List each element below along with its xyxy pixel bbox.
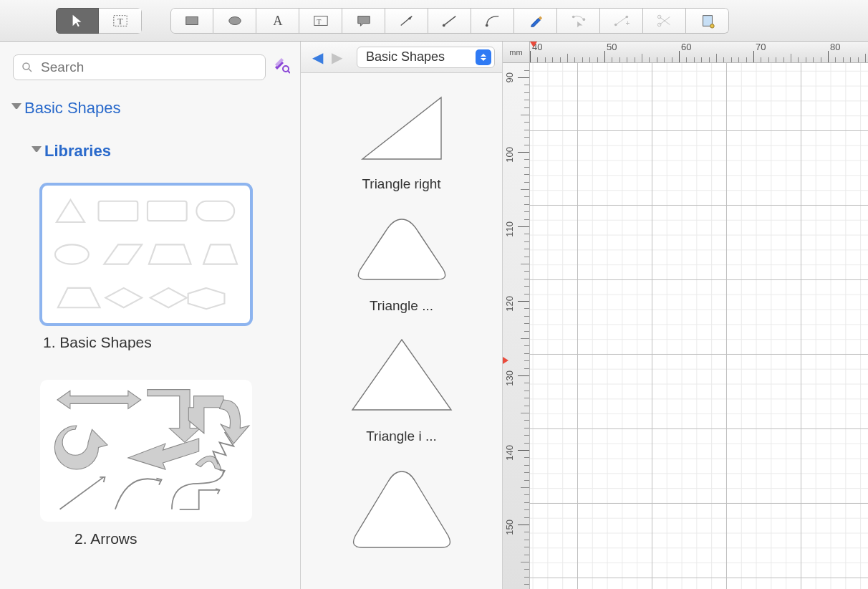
svg-line-8 <box>443 16 455 25</box>
search-icon <box>21 61 34 74</box>
ruler-unit: mm <box>503 42 530 63</box>
search-input-container[interactable] <box>13 54 266 80</box>
svg-point-3 <box>228 16 241 24</box>
svg-point-20 <box>23 63 29 70</box>
shape-item-triangle-rounded[interactable]: Triangle ... <box>301 192 502 314</box>
shapes-dropdown-label: Basic Shapes <box>366 49 445 64</box>
svg-line-23 <box>288 71 290 73</box>
library-label-basic-shapes: 1. Basic Shapes <box>40 325 300 351</box>
svg-text:+: + <box>625 19 630 27</box>
library-thumb-basic-shapes[interactable] <box>40 183 252 325</box>
svg-point-11 <box>572 15 574 18</box>
svg-text:T: T <box>317 17 321 25</box>
shape-label: Triangle i ... <box>301 416 502 444</box>
svg-point-10 <box>485 24 488 27</box>
text-box-tool[interactable]: T <box>299 8 342 34</box>
callout-tool[interactable] <box>342 8 385 34</box>
tree-child-label: Libraries <box>44 142 111 161</box>
library-thumb-arrows[interactable] <box>40 380 252 522</box>
page-tool[interactable] <box>686 8 729 34</box>
pen-tool[interactable] <box>514 8 557 34</box>
ruler-horizontal: 4050607080 <box>530 42 868 63</box>
svg-point-9 <box>442 24 445 27</box>
svg-rect-26 <box>196 201 234 221</box>
node-cut-tool[interactable] <box>643 8 686 34</box>
svg-point-19 <box>710 24 714 28</box>
pointer-tool[interactable] <box>56 8 99 34</box>
library-label-arrows: 2. Arrows <box>40 522 300 547</box>
chevron-down-icon <box>11 103 21 113</box>
shape-label: Triangle ... <box>301 285 502 314</box>
node-add-tool[interactable]: + <box>600 8 643 34</box>
text-tool[interactable]: A <box>256 8 299 34</box>
shape-item-triangle-right[interactable]: Triangle right <box>301 73 502 192</box>
search-filter-icon[interactable] <box>273 57 290 78</box>
nav-back-button[interactable]: ◀ <box>308 49 327 66</box>
canvas-grid[interactable] <box>530 63 868 589</box>
shape-label: Triangle right <box>301 163 502 192</box>
svg-point-13 <box>614 23 617 26</box>
node-select-tool[interactable] <box>557 8 600 34</box>
svg-point-12 <box>582 18 585 21</box>
toolbar: T A T + <box>0 0 868 42</box>
canvas[interactable]: mm 4050607080 90100110120130140150160 <box>503 42 868 589</box>
shapes-panel: ◀ ▶ Basic Shapes Triangle right Triangle… <box>301 42 503 589</box>
search-input[interactable] <box>39 59 258 76</box>
svg-point-16 <box>657 15 661 19</box>
shapes-dropdown[interactable]: Basic Shapes <box>357 47 495 68</box>
tool-group-shapes: A T + <box>170 8 729 34</box>
svg-rect-25 <box>148 201 187 221</box>
dropdown-stepper-icon <box>476 49 491 65</box>
text-select-tool[interactable]: T <box>99 8 142 34</box>
ruler-vertical: 90100110120130140150160 <box>503 63 530 589</box>
line-tool[interactable] <box>428 8 471 34</box>
tool-group-select: T <box>56 8 142 34</box>
curve-tool[interactable] <box>471 8 514 34</box>
chevron-down-icon <box>32 146 42 156</box>
nav-forward-button[interactable]: ▶ <box>327 49 347 66</box>
svg-point-27 <box>55 244 89 264</box>
svg-text:A: A <box>273 14 283 28</box>
ellipse-tool[interactable] <box>213 8 256 34</box>
arrow-tool[interactable] <box>385 8 428 34</box>
shape-item-triangle-iso-rounded[interactable] <box>301 444 502 552</box>
shape-item-triangle-iso[interactable]: Triangle i ... <box>301 314 502 444</box>
svg-rect-24 <box>99 201 138 221</box>
svg-point-17 <box>657 23 661 27</box>
library-panel: Basic Shapes Libraries <box>0 42 301 589</box>
svg-point-14 <box>625 15 628 18</box>
rectangle-tool[interactable] <box>170 8 213 34</box>
svg-rect-2 <box>186 16 198 24</box>
tree-child-libraries[interactable]: Libraries <box>11 120 300 163</box>
tree-root-basic-shapes[interactable]: Basic Shapes <box>11 96 300 120</box>
svg-text:T: T <box>117 16 123 26</box>
tree-root-label: Basic Shapes <box>24 99 121 118</box>
svg-line-21 <box>29 69 32 72</box>
svg-point-22 <box>283 66 289 72</box>
